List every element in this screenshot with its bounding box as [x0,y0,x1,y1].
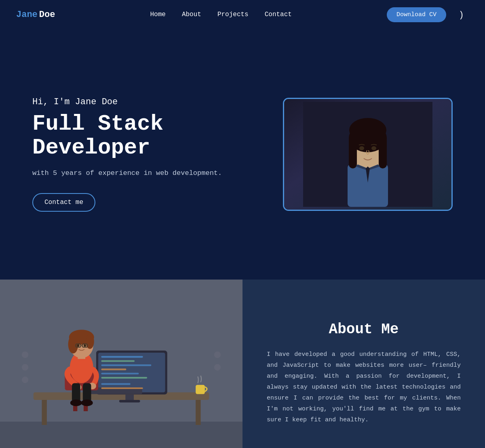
hero-section: Hi, I'm Jane Doe Full Stack Developer wi… [0,29,485,280]
logo-last-name: Doe [39,10,55,20]
svg-point-31 [84,344,86,347]
about-section: About Me I have developed a good underst… [0,280,485,448]
svg-rect-38 [83,383,91,402]
hero-subtitle: with 5 years of experience in web develo… [32,169,259,177]
svg-rect-53 [101,383,130,385]
nav-item-about[interactable]: About [182,11,201,18]
svg-point-30 [77,344,79,347]
svg-point-40 [81,400,93,406]
svg-rect-50 [101,368,126,370]
nav-right: Download CV ) [387,7,469,22]
nav-link-projects[interactable]: Projects [217,11,249,18]
svg-rect-51 [101,373,139,374]
hero-portrait [284,99,451,210]
svg-point-9 [371,146,376,150]
svg-point-8 [359,146,364,150]
svg-rect-49 [101,364,151,366]
nav-links: Home About Projects Contact [150,11,291,18]
desk-svg [0,280,242,448]
nav-item-contact[interactable]: Contact [265,11,292,18]
svg-rect-47 [101,356,143,358]
svg-point-42 [22,351,29,358]
about-text: I have developed a good understanding of… [267,349,461,425]
svg-rect-52 [101,377,147,379]
nav-item-home[interactable]: Home [150,11,165,18]
navbar: Jane Doe Home About Projects Contact Dow… [0,0,485,29]
hero-title: Full Stack Developer [32,112,259,160]
svg-rect-41 [196,385,205,394]
svg-rect-37 [72,383,80,402]
svg-rect-54 [101,387,143,389]
svg-point-44 [22,376,29,383]
nav-item-projects[interactable]: Projects [217,11,249,18]
svg-rect-5 [349,136,357,168]
svg-rect-48 [101,360,135,362]
site-logo: Jane Doe [16,10,55,20]
hero-content: Hi, I'm Jane Doe Full Stack Developer wi… [32,97,259,212]
svg-rect-18 [119,400,140,402]
nav-link-home[interactable]: Home [150,11,165,18]
nav-link-about[interactable]: About [182,11,201,18]
svg-point-46 [214,364,221,371]
svg-rect-14 [196,400,200,425]
contact-me-button[interactable]: Contact me [32,193,95,212]
hero-image-container [283,98,453,211]
about-content: About Me I have developed a good underst… [242,280,485,448]
portrait-svg [303,102,432,207]
nav-link-contact[interactable]: Contact [265,11,292,18]
theme-toggle-button[interactable]: ) [454,7,469,22]
theme-toggle-icon: ) [460,9,463,20]
svg-point-39 [70,400,82,406]
about-illustration [0,280,242,448]
svg-rect-11 [0,422,242,448]
download-cv-button[interactable]: Download CV [387,7,446,22]
hero-image-box [283,98,453,211]
svg-point-45 [214,351,221,358]
about-title: About Me [267,321,461,338]
svg-point-7 [349,118,386,142]
svg-rect-16 [98,353,165,392]
desk-scene [0,280,242,448]
logo-first-name: Jane [16,10,38,20]
svg-point-43 [22,364,29,371]
svg-rect-13 [42,400,46,425]
svg-rect-6 [379,136,387,168]
hero-greeting: Hi, I'm Jane Doe [32,97,259,107]
